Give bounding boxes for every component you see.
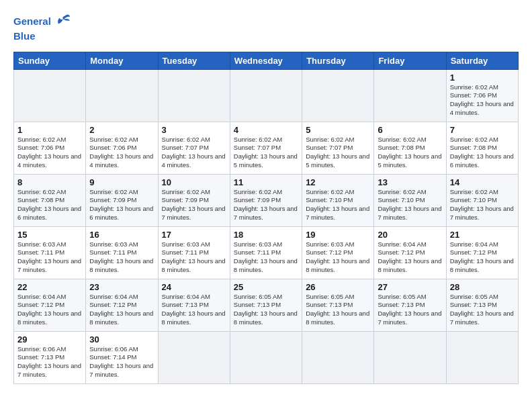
calendar-cell: 7 Sunrise: 6:02 AM Sunset: 7:08 PM Dayli…: [446, 122, 518, 174]
day-number: 10: [162, 177, 226, 187]
day-number: 18: [234, 230, 298, 240]
calendar-body: 1 Sunrise: 6:02 AM Sunset: 7:06 PM Dayli…: [14, 69, 519, 383]
sunrise-label: Sunrise: 6:02 AM: [89, 188, 138, 195]
dow-header-sunday: Sunday: [14, 52, 86, 69]
sunset-label: Sunset: 7:07 PM: [306, 144, 353, 151]
dow-header-friday: Friday: [374, 52, 446, 69]
day-number: 19: [306, 230, 370, 240]
day-info: Sunrise: 6:02 AM Sunset: 7:06 PM Dayligh…: [17, 136, 82, 170]
sunset-label: Sunset: 7:12 PM: [89, 301, 136, 308]
sunrise-label: Sunrise: 6:04 AM: [89, 293, 138, 300]
calendar-cell: [302, 69, 374, 122]
daylight-label: Daylight: 13 hours and 7 minutes.: [89, 362, 153, 378]
day-number: 24: [162, 282, 226, 292]
daylight-label: Daylight: 13 hours and 8 minutes.: [306, 257, 369, 273]
sunset-label: Sunset: 7:13 PM: [306, 301, 353, 308]
day-info: Sunrise: 6:02 AM Sunset: 7:09 PM Dayligh…: [234, 188, 298, 222]
daylight-label: Daylight: 13 hours and 6 minutes.: [89, 205, 153, 221]
dow-header-wednesday: Wednesday: [230, 52, 302, 69]
calendar-cell: 11 Sunrise: 6:02 AM Sunset: 7:09 PM Dayl…: [230, 174, 302, 226]
day-info: Sunrise: 6:05 AM Sunset: 7:13 PM Dayligh…: [234, 293, 298, 327]
daylight-label: Daylight: 13 hours and 8 minutes.: [89, 310, 153, 326]
sunset-label: Sunset: 7:12 PM: [378, 248, 425, 256]
sunrise-label: Sunrise: 6:02 AM: [306, 136, 354, 143]
calendar-cell: 12 Sunrise: 6:02 AM Sunset: 7:10 PM Dayl…: [302, 174, 374, 226]
sunrise-label: Sunrise: 6:03 AM: [17, 240, 66, 248]
day-info: Sunrise: 6:02 AM Sunset: 7:10 PM Dayligh…: [450, 188, 515, 222]
day-number: 1: [450, 73, 515, 83]
day-info: Sunrise: 6:05 AM Sunset: 7:13 PM Dayligh…: [378, 293, 442, 327]
header: General Blue: [13, 12, 519, 42]
calendar-cell: [302, 331, 374, 383]
sunrise-label: Sunrise: 6:06 AM: [89, 345, 138, 353]
sunset-label: Sunset: 7:07 PM: [234, 144, 281, 151]
logo-text: General: [13, 16, 51, 28]
day-number: 12: [306, 177, 370, 187]
day-info: Sunrise: 6:02 AM Sunset: 7:09 PM Dayligh…: [89, 188, 154, 222]
day-number: 2: [89, 125, 154, 135]
day-number: 21: [450, 230, 515, 240]
day-number: 1: [17, 125, 82, 135]
sunrise-label: Sunrise: 6:05 AM: [306, 293, 354, 300]
day-info: Sunrise: 6:02 AM Sunset: 7:06 PM Dayligh…: [89, 136, 154, 170]
sunset-label: Sunset: 7:08 PM: [450, 144, 497, 151]
daylight-label: Daylight: 13 hours and 5 minutes.: [306, 152, 369, 169]
dow-header-monday: Monday: [86, 52, 158, 69]
daylight-label: Daylight: 13 hours and 7 minutes.: [162, 205, 226, 221]
daylight-label: Daylight: 13 hours and 8 minutes.: [378, 257, 441, 273]
daylight-label: Daylight: 13 hours and 4 minutes.: [89, 152, 153, 169]
sunset-label: Sunset: 7:13 PM: [378, 301, 425, 308]
sunset-label: Sunset: 7:12 PM: [306, 248, 353, 256]
calendar-cell: [14, 69, 86, 122]
day-info: Sunrise: 6:02 AM Sunset: 7:08 PM Dayligh…: [450, 136, 515, 170]
sunset-label: Sunset: 7:06 PM: [17, 144, 64, 151]
calendar-cell: 8 Sunrise: 6:02 AM Sunset: 7:08 PM Dayli…: [14, 174, 86, 226]
sunrise-label: Sunrise: 6:04 AM: [378, 240, 426, 248]
logo-bird-icon: [52, 12, 71, 31]
day-info: Sunrise: 6:02 AM Sunset: 7:08 PM Dayligh…: [17, 188, 82, 222]
day-number: 3: [162, 125, 226, 135]
daylight-label: Daylight: 13 hours and 7 minutes.: [450, 205, 514, 221]
calendar-cell: 23 Sunrise: 6:04 AM Sunset: 7:12 PM Dayl…: [86, 279, 158, 331]
daylight-label: Daylight: 13 hours and 8 minutes.: [17, 310, 81, 326]
sunset-label: Sunset: 7:13 PM: [234, 301, 281, 308]
sunrise-label: Sunrise: 6:02 AM: [306, 188, 354, 195]
daylight-label: Daylight: 13 hours and 7 minutes.: [17, 362, 81, 378]
sunrise-label: Sunrise: 6:06 AM: [17, 345, 66, 353]
calendar-cell: [230, 69, 302, 122]
calendar-cell: 27 Sunrise: 6:05 AM Sunset: 7:13 PM Dayl…: [374, 279, 446, 331]
day-info: Sunrise: 6:06 AM Sunset: 7:14 PM Dayligh…: [89, 345, 154, 379]
day-info: Sunrise: 6:02 AM Sunset: 7:07 PM Dayligh…: [234, 136, 298, 170]
sunset-label: Sunset: 7:11 PM: [89, 248, 136, 256]
daylight-label: Daylight: 13 hours and 5 minutes.: [378, 152, 441, 169]
sunrise-label: Sunrise: 6:03 AM: [234, 240, 282, 248]
sunset-label: Sunset: 7:14 PM: [89, 353, 136, 361]
daylight-label: Daylight: 13 hours and 7 minutes.: [234, 205, 298, 221]
day-of-week-row: SundayMondayTuesdayWednesdayThursdayFrid…: [14, 52, 519, 69]
day-number: 8: [17, 177, 82, 187]
day-info: Sunrise: 6:02 AM Sunset: 7:07 PM Dayligh…: [162, 136, 226, 170]
day-info: Sunrise: 6:04 AM Sunset: 7:12 PM Dayligh…: [89, 293, 154, 327]
day-info: Sunrise: 6:03 AM Sunset: 7:11 PM Dayligh…: [162, 240, 226, 275]
sunrise-label: Sunrise: 6:02 AM: [450, 136, 498, 143]
daylight-label: Daylight: 13 hours and 8 minutes.: [450, 257, 514, 273]
day-number: 20: [378, 230, 442, 240]
dow-header-thursday: Thursday: [302, 52, 374, 69]
calendar-cell: 2 Sunrise: 6:02 AM Sunset: 7:06 PM Dayli…: [86, 122, 158, 174]
sunset-label: Sunset: 7:13 PM: [450, 301, 497, 308]
logo: General Blue: [13, 12, 71, 42]
daylight-label: Daylight: 13 hours and 7 minutes.: [17, 257, 81, 273]
day-number: 9: [89, 177, 154, 187]
week-row-5: 29 Sunrise: 6:06 AM Sunset: 7:13 PM Dayl…: [14, 331, 519, 383]
day-number: 6: [378, 125, 442, 135]
calendar-cell: 6 Sunrise: 6:02 AM Sunset: 7:08 PM Dayli…: [374, 122, 446, 174]
calendar-cell: [230, 331, 302, 383]
day-info: Sunrise: 6:05 AM Sunset: 7:13 PM Dayligh…: [450, 293, 515, 327]
calendar-cell: 5 Sunrise: 6:02 AM Sunset: 7:07 PM Dayli…: [302, 122, 374, 174]
daylight-label: Daylight: 13 hours and 8 minutes.: [234, 310, 298, 326]
sunset-label: Sunset: 7:11 PM: [17, 248, 64, 256]
sunrise-label: Sunrise: 6:05 AM: [234, 293, 282, 300]
sunset-label: Sunset: 7:10 PM: [450, 196, 497, 203]
day-number: 28: [450, 282, 515, 292]
daylight-label: Daylight: 13 hours and 7 minutes.: [306, 205, 369, 221]
